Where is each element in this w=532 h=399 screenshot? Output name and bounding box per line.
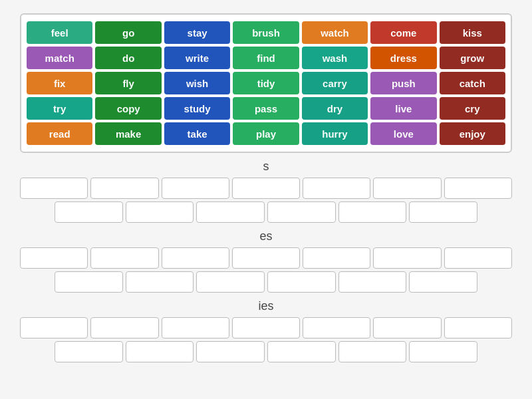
drop-box[interactable] [126, 271, 194, 293]
drop-box[interactable] [303, 178, 370, 199]
word-tile-hurry[interactable]: hurry [302, 122, 368, 145]
word-tile-stay[interactable]: stay [164, 21, 230, 44]
drop-box[interactable] [55, 201, 123, 223]
word-tile-come[interactable]: come [370, 21, 436, 44]
drop-box[interactable] [196, 271, 265, 293]
drop-box[interactable] [232, 317, 300, 338]
drop-box[interactable] [373, 247, 441, 269]
word-tile-live[interactable]: live [370, 97, 436, 120]
word-grid-container: feelgostaybrushwatchcomekissmatchdowrite… [20, 13, 512, 153]
drop-box[interactable] [303, 317, 370, 338]
word-tile-match[interactable]: match [27, 47, 92, 69]
drop-box[interactable] [55, 271, 123, 293]
section-label-es: es [20, 229, 512, 243]
section-label-ies: ies [20, 299, 512, 313]
word-tile-play[interactable]: play [233, 122, 299, 145]
drop-box[interactable] [409, 201, 477, 223]
drop-box[interactable] [373, 317, 441, 338]
drop-box[interactable] [162, 247, 229, 269]
word-tile-love[interactable]: love [370, 122, 436, 145]
drop-box[interactable] [126, 341, 194, 362]
word-tile-grow[interactable]: grow [440, 47, 505, 69]
word-tile-brush[interactable]: brush [233, 21, 299, 44]
word-tile-push[interactable]: push [370, 72, 436, 94]
word-tile-enjoy[interactable]: enjoy [440, 122, 505, 145]
word-tile-dry[interactable]: dry [302, 97, 368, 120]
drop-box[interactable] [303, 247, 370, 269]
word-tile-pass[interactable]: pass [233, 97, 299, 120]
drop-box[interactable] [409, 271, 477, 293]
drop-box[interactable] [267, 201, 336, 223]
drop-box[interactable] [409, 341, 477, 362]
drop-box[interactable] [444, 317, 512, 338]
word-tile-copy[interactable]: copy [95, 97, 161, 120]
word-tile-try[interactable]: try [27, 97, 92, 120]
word-tile-find[interactable]: find [233, 47, 299, 69]
drop-box[interactable] [126, 201, 194, 223]
word-tile-fly[interactable]: fly [95, 72, 161, 94]
word-tile-tidy[interactable]: tidy [233, 72, 299, 94]
drop-box[interactable] [338, 341, 407, 362]
section-label-s: s [20, 160, 512, 174]
drop-box[interactable] [20, 178, 88, 199]
drop-box[interactable] [55, 341, 123, 362]
word-tile-feel[interactable]: feel [27, 21, 92, 44]
word-tile-fix[interactable]: fix [27, 72, 92, 94]
drop-box[interactable] [373, 178, 441, 199]
drop-box[interactable] [232, 178, 300, 199]
word-tile-dress[interactable]: dress [370, 47, 436, 69]
drop-box[interactable] [338, 271, 407, 293]
word-grid: feelgostaybrushwatchcomekissmatchdowrite… [27, 21, 505, 145]
word-tile-carry[interactable]: carry [302, 72, 368, 94]
drop-box[interactable] [444, 247, 512, 269]
word-tile-take[interactable]: take [164, 122, 230, 145]
drop-box[interactable] [90, 247, 158, 269]
drop-box[interactable] [267, 271, 336, 293]
drop-box[interactable] [162, 178, 229, 199]
drop-box[interactable] [20, 317, 88, 338]
word-tile-make[interactable]: make [95, 122, 161, 145]
drop-box[interactable] [90, 317, 158, 338]
drop-box[interactable] [338, 201, 407, 223]
word-tile-study[interactable]: study [164, 97, 230, 120]
word-tile-read[interactable]: read [27, 122, 92, 145]
drop-box[interactable] [162, 317, 229, 338]
drop-box[interactable] [90, 178, 158, 199]
drop-box[interactable] [196, 341, 265, 362]
drop-box[interactable] [444, 178, 512, 199]
word-tile-wash[interactable]: wash [302, 47, 368, 69]
word-tile-cry[interactable]: cry [440, 97, 505, 120]
word-tile-wish[interactable]: wish [164, 72, 230, 94]
word-tile-kiss[interactable]: kiss [440, 21, 505, 44]
word-tile-watch[interactable]: watch [302, 21, 368, 44]
word-tile-go[interactable]: go [95, 21, 161, 44]
drop-box[interactable] [20, 247, 88, 269]
drop-box[interactable] [232, 247, 300, 269]
drop-box[interactable] [267, 341, 336, 362]
word-tile-write[interactable]: write [164, 47, 230, 69]
word-tile-do[interactable]: do [95, 47, 161, 69]
sections-area: sesies [20, 160, 512, 362]
word-tile-catch[interactable]: catch [440, 72, 505, 94]
drop-box[interactable] [196, 201, 265, 223]
